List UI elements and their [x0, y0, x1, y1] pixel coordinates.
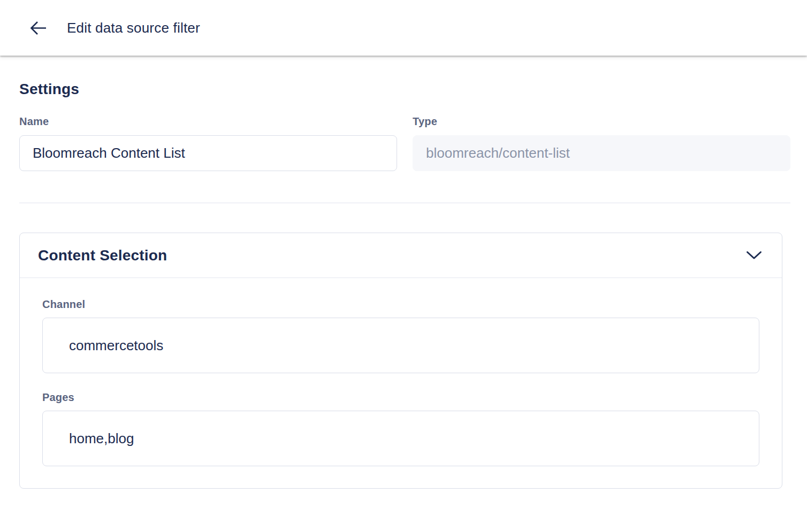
page-title: Edit data source filter [67, 20, 200, 36]
name-input[interactable] [19, 135, 397, 171]
settings-heading: Settings [19, 81, 790, 98]
pages-label: Pages [42, 391, 759, 404]
channel-input[interactable] [42, 318, 759, 373]
section-divider [19, 203, 790, 203]
content-selection-header: Content Selection [20, 233, 782, 278]
pages-field-group: Pages [42, 391, 759, 466]
collapse-button[interactable] [742, 244, 766, 267]
main-content: Settings Name Type Content Selection [0, 81, 807, 489]
channel-field-group: Channel [42, 298, 759, 373]
back-button[interactable] [29, 20, 47, 36]
channel-label: Channel [42, 298, 759, 311]
top-bar: Edit data source filter [0, 0, 807, 56]
content-selection-card: Content Selection Channel Pages [19, 233, 782, 489]
type-field-group: Type [413, 115, 790, 171]
settings-row: Name Type [19, 115, 790, 171]
type-input [413, 135, 790, 171]
content-selection-body: Channel Pages [20, 278, 782, 488]
content-selection-title: Content Selection [38, 247, 167, 264]
type-label: Type [413, 115, 790, 128]
chevron-down-icon [746, 251, 762, 260]
name-label: Name [19, 115, 397, 128]
arrow-left-icon [29, 20, 47, 36]
pages-input[interactable] [42, 411, 759, 466]
name-field-group: Name [19, 115, 397, 171]
